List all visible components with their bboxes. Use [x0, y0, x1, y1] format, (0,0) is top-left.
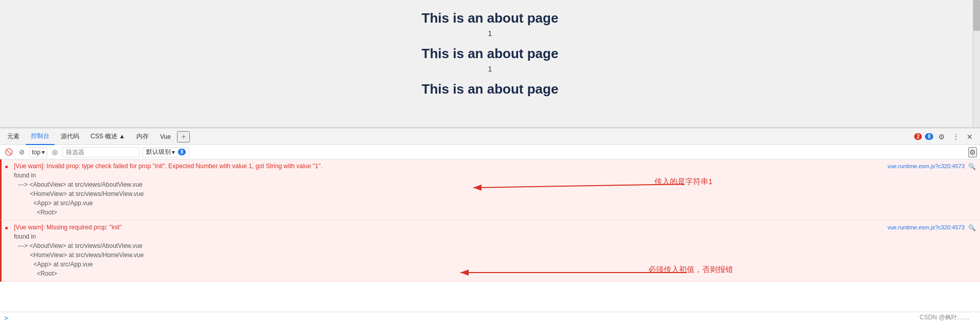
more-options-icon[interactable]: ⋮: [950, 132, 961, 142]
error-icon-1: ●: [5, 163, 8, 170]
annotation-label-1: 传入的是字符串1: [654, 177, 712, 187]
error-entry-2: ● [Vue warn]: Missing required prop: "in…: [0, 221, 980, 282]
context-dropdown[interactable]: top ▾: [29, 147, 47, 157]
level-dropdown[interactable]: 默认级别 ▾ 8: [142, 147, 190, 157]
console-wrapper: ● [Vue warn]: Invalid prop: type check f…: [0, 159, 980, 312]
about-title-2: This is an about page: [422, 46, 559, 62]
error-link-1[interactable]: vue.runtime.esm.js?c320:4573: [887, 163, 965, 169]
about-title-1: This is an about page: [422, 10, 559, 26]
about-title-3: This is an about page: [422, 81, 559, 97]
console-prompt: >: [4, 314, 8, 322]
error-main-1: [Vue warn]: Invalid prop: type check fai…: [14, 163, 975, 170]
tab-console[interactable]: 控制台: [26, 129, 55, 145]
error-badge: 2: [914, 133, 922, 140]
tab-sources[interactable]: 源代码: [56, 129, 84, 145]
devtools-panel: 元素 控制台 源代码 CSS 概述 ▲ 内存 Vue + 2 8 ⚙ ⋮ ✕ 🚫…: [0, 128, 980, 324]
eye-icon[interactable]: ◎: [50, 147, 59, 157]
devtools-tabs-bar: 元素 控制台 源代码 CSS 概述 ▲ 内存 Vue + 2 8 ⚙ ⋮ ✕: [0, 129, 980, 145]
about-number-2: 1: [488, 65, 492, 73]
level-label: 默认级别: [146, 148, 171, 156]
clear-console-button[interactable]: 🚫: [3, 147, 14, 157]
about-block-1: This is an about page 1: [422, 10, 559, 44]
error-found-2: found in: [14, 233, 975, 240]
about-block-3: This is an about page: [422, 81, 559, 100]
warning-badge: 8: [925, 133, 933, 140]
error-stack-1: ---> <AboutView> at src/views/AboutView.…: [18, 180, 975, 217]
filter-input[interactable]: [62, 147, 139, 157]
tab-add-button[interactable]: +: [177, 131, 190, 142]
error-stack-2: ---> <AboutView> at src/views/AboutView.…: [18, 241, 975, 278]
error-search-1[interactable]: 🔍: [968, 163, 976, 170]
about-number-1: 1: [488, 29, 492, 38]
error-link-2[interactable]: vue.runtime.esm.js?c320:4573: [887, 224, 965, 230]
level-dropdown-arrow: ▾: [172, 149, 175, 156]
error-search-2[interactable]: 🔍: [968, 224, 976, 231]
annotation-label-2: 必须传入初值，否则报错: [648, 265, 733, 275]
console-input[interactable]: [11, 315, 976, 322]
error-main-2: [Vue warn]: Missing required prop: "init…: [14, 224, 975, 231]
settings-icon[interactable]: ⚙: [936, 132, 947, 142]
level-badge: 8: [178, 149, 186, 155]
scrollbar-thumb[interactable]: [973, 0, 980, 31]
tab-css-overview[interactable]: CSS 概述 ▲: [85, 129, 130, 145]
console-settings-icon[interactable]: ⚙: [968, 147, 977, 157]
console-input-bar: >: [0, 312, 980, 324]
error-icon-2: ●: [5, 224, 8, 231]
block-icon[interactable]: ⊘: [17, 147, 26, 157]
close-icon[interactable]: ✕: [965, 132, 975, 142]
tab-vue[interactable]: Vue: [155, 129, 176, 145]
error-found-1: found in: [14, 172, 975, 179]
tab-memory[interactable]: 内存: [131, 129, 154, 145]
preview-area: This is an about page 1 This is an about…: [0, 0, 980, 128]
bottom-credit: CSDN @枫叶……: [919, 313, 970, 322]
console-content: ● [Vue warn]: Invalid prop: type check f…: [0, 159, 980, 282]
context-label: top: [32, 149, 41, 156]
preview-scrollbar[interactable]: [973, 0, 980, 127]
console-toolbar: 🚫 ⊘ top ▾ ◎ 默认级别 ▾ 8 ⚙: [0, 145, 980, 159]
tab-elements[interactable]: 元素: [2, 129, 25, 145]
about-block-2: This is an about page 1: [422, 46, 559, 79]
context-dropdown-arrow: ▾: [42, 149, 45, 156]
error-entry-1: ● [Vue warn]: Invalid prop: type check f…: [0, 159, 980, 221]
tabs-right-controls: 2 8 ⚙ ⋮ ✕: [914, 132, 978, 142]
